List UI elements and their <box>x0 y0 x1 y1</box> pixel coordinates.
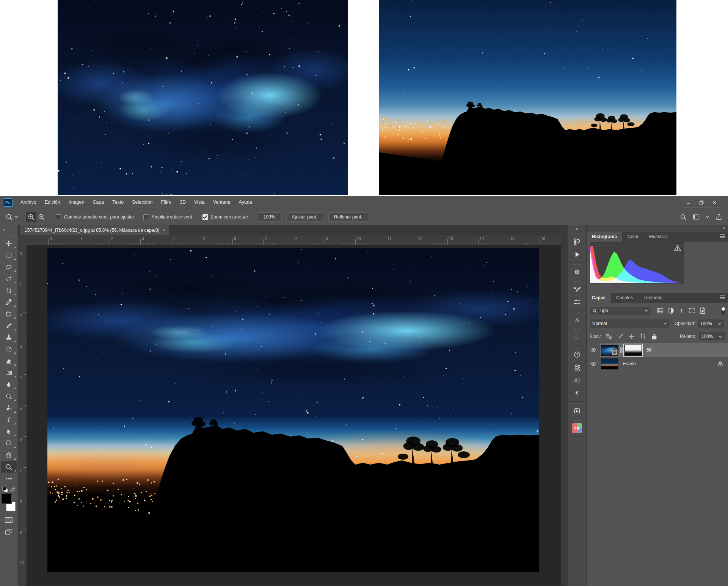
brush-settings-panel-icon[interactable] <box>568 283 586 296</box>
move-tool[interactable] <box>1 238 17 249</box>
minimize-button[interactable] <box>682 198 695 207</box>
visibility-eye-icon[interactable] <box>587 348 600 352</box>
photo-library-panel-icon[interactable] <box>568 404 586 417</box>
collapse-toolbar-icon[interactable]: » <box>0 225 17 235</box>
photoshop-logo[interactable]: Ps <box>3 198 13 207</box>
tab-capas[interactable]: Capas <box>587 293 611 303</box>
menu-imagen[interactable]: Imagen <box>64 196 89 209</box>
filter-shape-icon[interactable] <box>687 307 697 314</box>
pen-tool[interactable] <box>1 402 17 414</box>
marquee-tool[interactable] <box>1 250 17 261</box>
layer-thumbnail[interactable] <box>601 345 618 356</box>
restore-button[interactable] <box>695 198 708 207</box>
search-icon[interactable] <box>679 213 687 221</box>
lock-transparent-icon[interactable] <box>604 333 613 340</box>
tk-panel-panel-icon[interactable]: TK <box>568 422 586 435</box>
layer-name[interactable]: 56 <box>646 347 651 353</box>
quick-selection-tool[interactable] <box>1 273 17 284</box>
canvas-viewport[interactable] <box>27 245 561 586</box>
layer-filter-combo[interactable]: Tipo <box>590 306 651 315</box>
menu-edición[interactable]: Edición <box>41 196 64 209</box>
workspace-icon[interactable] <box>692 213 700 221</box>
menu-texto[interactable]: Texto <box>108 196 128 209</box>
option-checkbox-1[interactable]: Ampliar/reducir vent. <box>143 214 193 220</box>
visibility-eye-icon[interactable] <box>587 361 600 366</box>
foreground-color-swatch[interactable] <box>2 494 11 503</box>
history-panel-icon[interactable] <box>568 235 586 248</box>
canvas-image[interactable] <box>47 248 539 572</box>
eraser-tool[interactable] <box>1 355 17 367</box>
swap-colors-icon[interactable] <box>10 487 15 492</box>
character-panel-icon[interactable]: A <box>568 374 586 387</box>
lasso-tool[interactable] <box>1 261 17 273</box>
share-icon[interactable] <box>715 213 723 221</box>
gradient-tool[interactable] <box>1 367 17 379</box>
tab-color[interactable]: Color <box>622 232 644 242</box>
path-selection-tool[interactable] <box>1 426 17 437</box>
screen-mode-button[interactable] <box>1 526 17 537</box>
blend-mode-combo[interactable]: Normal <box>590 319 670 328</box>
menu-selección[interactable]: Selección <box>128 196 157 209</box>
brushes-panel-icon[interactable] <box>568 296 586 309</box>
actions-play-panel-icon[interactable] <box>568 248 586 261</box>
quick-mask-button[interactable] <box>1 514 17 526</box>
lock-all-icon[interactable] <box>650 333 659 340</box>
filter-pixel-icon[interactable] <box>656 307 665 314</box>
history-brush-tool[interactable] <box>1 344 17 355</box>
lock-artboard-icon[interactable] <box>639 333 648 340</box>
tab-histograma[interactable]: Histograma <box>587 232 622 242</box>
tab-muestras[interactable]: Muestras <box>644 232 673 242</box>
layer-name[interactable]: Fondo <box>623 361 636 366</box>
layer-row-56[interactable]: 56 <box>587 343 728 357</box>
libraries-panel-icon[interactable] <box>568 331 586 344</box>
menu-ayuda[interactable]: Ayuda <box>235 196 256 209</box>
document-tab[interactable]: 15745278944_f7b60c4f23_o.jpg al 85,8% (5… <box>20 225 170 235</box>
navigator-wheel-panel-icon[interactable] <box>568 266 586 278</box>
close-button[interactable] <box>708 198 721 207</box>
tab-trazados[interactable]: Trazados <box>638 293 668 303</box>
tab-canales[interactable]: Canales <box>611 293 638 303</box>
menu-archivo[interactable]: Archivo <box>16 196 41 209</box>
menu-filtro[interactable]: Filtro <box>157 196 176 209</box>
lock-position-icon[interactable] <box>627 333 636 340</box>
crop-tool[interactable] <box>1 285 17 296</box>
option-checkbox-2[interactable]: Zoom con arrastre <box>202 214 248 220</box>
chevron-down-icon[interactable] <box>705 215 710 219</box>
menu-capa[interactable]: Capa <box>88 196 108 209</box>
hand-tool[interactable] <box>1 449 17 461</box>
default-colors-icon[interactable] <box>2 487 8 492</box>
warning-icon[interactable] <box>674 245 681 251</box>
menu-vista[interactable]: Vista <box>190 196 209 209</box>
fill-combo[interactable]: 100% <box>699 332 725 341</box>
expand-dock-icon[interactable]: » <box>723 225 725 230</box>
fit-screen-button[interactable]: Ajustar pant. <box>286 212 323 222</box>
mask-link-icon[interactable] <box>620 347 623 353</box>
glyphs-panel-icon[interactable]: A <box>568 313 586 326</box>
zoom-tool-icon[interactable] <box>5 213 13 221</box>
menu-ventana[interactable]: Ventana <box>209 196 235 209</box>
close-tab-icon[interactable]: × <box>163 227 166 233</box>
blur-tool[interactable] <box>1 379 17 390</box>
edit-toolbar[interactable] <box>1 473 17 484</box>
menu-3d[interactable]: 3D <box>176 196 190 209</box>
eyedropper-tool[interactable] <box>1 297 17 308</box>
filter-adjust-icon[interactable] <box>666 307 675 314</box>
filter-smart-icon[interactable] <box>698 307 707 314</box>
patch-tool[interactable] <box>1 308 17 320</box>
zoom-100-button[interactable]: 100% <box>258 212 281 222</box>
panel-menu-icon[interactable] <box>719 295 725 300</box>
lock-pixels-icon[interactable] <box>616 333 625 340</box>
paragraph-panel-icon[interactable]: ¶ <box>568 387 586 400</box>
custom-shape-tool[interactable] <box>1 438 17 449</box>
materials-3d-panel-icon[interactable] <box>568 361 586 374</box>
collapse-dock-icon[interactable]: « <box>568 225 586 233</box>
brush-tool[interactable] <box>1 320 17 331</box>
layer-row-fondo[interactable]: Fondo <box>587 357 728 371</box>
panel-menu-icon[interactable] <box>719 234 725 239</box>
option-checkbox-0[interactable]: Cambiar tamaño vent. para ajustar <box>56 214 134 220</box>
info-panel-icon[interactable] <box>568 348 586 361</box>
type-tool[interactable]: T <box>1 414 17 426</box>
filter-toggle[interactable] <box>721 306 725 315</box>
tool-preset-chevron-icon[interactable] <box>14 215 19 219</box>
zoom-tool[interactable] <box>1 461 17 473</box>
